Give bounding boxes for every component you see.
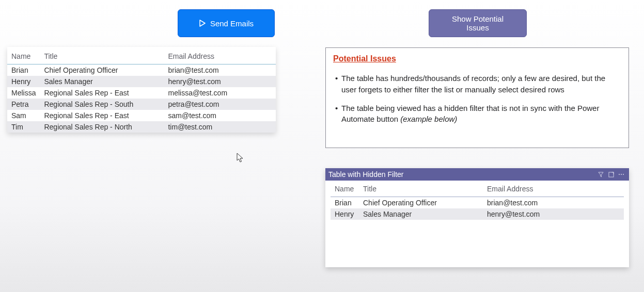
cell-name: Henry	[7, 76, 40, 87]
send-emails-label: Send Emails	[210, 19, 254, 28]
table-row[interactable]: SamRegional Sales Rep - Eastsam@test.com	[7, 110, 276, 121]
cursor-icon	[237, 153, 245, 163]
send-emails-button[interactable]: Send Emails	[178, 9, 275, 37]
cell-name: Henry	[331, 208, 359, 220]
table-row[interactable]: HenrySales Managerhenry@test.com	[331, 208, 624, 220]
issue-item: The table being viewed has a hidden filt…	[333, 103, 621, 125]
filtered-table-panel: Table with Hidden Filter Name Title Emai…	[325, 168, 629, 267]
cell-email: brian@test.com	[164, 64, 276, 76]
filtered-table-titlebar: Table with Hidden Filter	[325, 168, 629, 181]
potential-issues-list: The table has hundreds/thousands of reco…	[333, 73, 621, 125]
cell-name: Tim	[7, 121, 40, 133]
table-header-row: Name Title Email Address	[7, 47, 276, 64]
cell-name: Brian	[7, 64, 40, 76]
cell-title: Regional Sales Rep - East	[40, 110, 164, 121]
col-header-title[interactable]: Title	[359, 181, 483, 197]
cell-email: melissa@test.com	[164, 87, 276, 99]
cell-name: Brian	[331, 197, 359, 209]
issue-text: The table being viewed has a hidden filt…	[341, 104, 599, 124]
table-row[interactable]: TimRegional Sales Rep - Northtim@test.co…	[7, 121, 276, 133]
cell-email: sam@test.com	[164, 110, 276, 121]
cell-email: tim@test.com	[164, 121, 276, 133]
cell-name: Melissa	[7, 87, 40, 99]
cell-title: Sales Manager	[40, 76, 164, 87]
col-header-email[interactable]: Email Address	[164, 47, 276, 64]
cell-email: brian@test.com	[483, 197, 624, 209]
table-row[interactable]: PetraRegional Sales Rep - Southpetra@tes…	[7, 99, 276, 110]
people-table: Name Title Email Address BrianChief Oper…	[7, 47, 276, 133]
col-header-email[interactable]: Email Address	[483, 181, 624, 197]
svg-marker-6	[237, 153, 243, 162]
cell-title: Chief Operating Officer	[359, 197, 483, 209]
show-issues-label: Show Potential Issues	[443, 14, 513, 32]
filter-icon[interactable]	[596, 170, 605, 179]
issue-item: The table has hundreds/thousands of reco…	[333, 73, 621, 95]
svg-marker-1	[598, 172, 603, 176]
cell-title: Sales Manager	[359, 208, 483, 220]
table-row[interactable]: HenrySales Managerhenry@test.com	[7, 76, 276, 87]
svg-point-3	[619, 174, 620, 175]
focus-mode-icon[interactable]	[606, 170, 616, 179]
svg-rect-2	[608, 172, 613, 176]
cell-title: Chief Operating Officer	[40, 64, 164, 76]
svg-point-5	[623, 174, 624, 175]
cell-name: Petra	[7, 99, 40, 110]
table-row[interactable]: BrianChief Operating Officerbrian@test.c…	[331, 197, 624, 209]
issue-emphasis: (example below)	[400, 115, 457, 123]
cell-email: henry@test.com	[164, 76, 276, 87]
more-options-icon[interactable]	[617, 170, 626, 179]
cell-email: petra@test.com	[164, 99, 276, 110]
cell-title: Regional Sales Rep - North	[40, 121, 164, 133]
col-header-name[interactable]: Name	[7, 47, 40, 64]
cell-title: Regional Sales Rep - South	[40, 99, 164, 110]
cell-title: Regional Sales Rep - East	[40, 87, 164, 99]
people-table-panel: Name Title Email Address BrianChief Oper…	[7, 47, 276, 133]
table-row[interactable]: BrianChief Operating Officerbrian@test.c…	[7, 64, 276, 76]
issue-text: The table has hundreds/thousands of reco…	[341, 74, 605, 94]
cell-email: henry@test.com	[483, 208, 624, 220]
svg-marker-0	[200, 20, 205, 26]
filtered-table: Name Title Email Address BrianChief Oper…	[331, 181, 624, 220]
play-icon	[199, 20, 206, 27]
col-header-name[interactable]: Name	[331, 181, 359, 197]
filtered-table-title: Table with Hidden Filter	[328, 170, 404, 179]
svg-point-4	[621, 174, 622, 175]
potential-issues-title: Potential Issues	[333, 54, 621, 63]
table-header-row: Name Title Email Address	[331, 181, 624, 197]
table-row[interactable]: MelissaRegional Sales Rep - Eastmelissa@…	[7, 87, 276, 99]
col-header-title[interactable]: Title	[40, 47, 164, 64]
show-potential-issues-button[interactable]: Show Potential Issues	[429, 9, 527, 37]
potential-issues-panel: Potential Issues The table has hundreds/…	[325, 47, 629, 148]
cell-name: Sam	[7, 110, 40, 121]
